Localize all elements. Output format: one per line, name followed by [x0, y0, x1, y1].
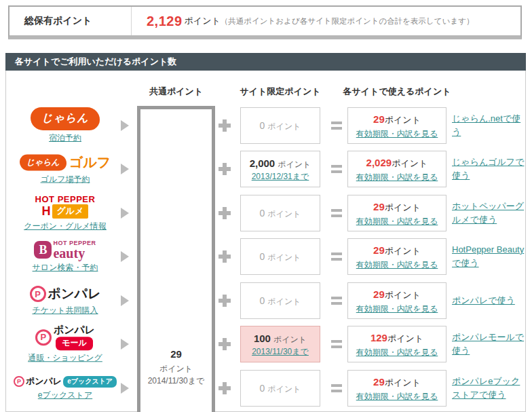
gourmet-badge: グルメ [52, 204, 89, 219]
use-link-jalan-golf[interactable]: じゃらんゴルフで使う [452, 151, 527, 187]
total-points-summary: 総保有ポイント 2,129 ポイント （共通ポイントおよび各サイト限定ポイントの… [8, 5, 522, 39]
use-link-jalan[interactable]: じゃらん.netで使う [452, 107, 527, 144]
use-link-ebook[interactable]: ポンパレeブックストアで使う [452, 370, 527, 407]
plus-icon [218, 207, 231, 219]
arrow-right-icon [121, 295, 129, 306]
table-row: P ポンパレ モール 通販・ショッピング 100ポイント 2013/11/30ま… [0, 326, 532, 362]
site-points-unit: ポイント [267, 209, 301, 219]
service-jalan-golf: じゃらんゴルフ ゴルフ場予約 [10, 153, 121, 185]
arrow-right-icon [121, 120, 129, 131]
service-hotpepper-beauty: B HOT PEPPER eauty サロン検索・予約 [10, 240, 121, 274]
site-points-expiry-link[interactable]: 2013/12/31まで [252, 171, 309, 183]
ponpare-ebook-logo: P ポンパレ eブックストア [14, 375, 117, 388]
site-points-value: 0 [260, 120, 265, 131]
category-link-gourmet[interactable]: クーポン・グルメ情報 [24, 221, 107, 232]
site-points-unit: ポイント [278, 160, 311, 169]
detail-link[interactable]: 有効期限・内訳を見る [356, 259, 438, 271]
table-row: B HOT PEPPER eauty サロン検索・予約 0ポイント 29ポイント… [0, 238, 532, 275]
arrow-right-icon [121, 208, 129, 219]
equals-icon [331, 252, 342, 261]
site-points-box: 0ポイント [240, 282, 320, 319]
category-link-ebook[interactable]: eブックストア [38, 390, 92, 401]
hotpepper-gourmet-logo: HOT PEPPER Hグルメ [35, 194, 96, 219]
detail-link[interactable]: 有効期限・内訳を見る [356, 303, 438, 315]
detail-link[interactable]: 有効期限・内訳を見る [356, 346, 438, 358]
arrow-right-icon [121, 383, 129, 394]
golf-logo-suffix: ゴルフ [69, 153, 111, 172]
total-points-value-cell: 2,129 ポイント （共通ポイントおよび各サイト限定ポイントの合計を表示してい… [132, 7, 520, 35]
site-points-value: 0 [260, 383, 265, 394]
site-points-unit: ポイント [273, 335, 307, 344]
site-points-box-highlighted: 100ポイント 2013/11/30まで [240, 326, 320, 362]
hotpepper-h-mark: H [42, 204, 51, 219]
beauty-b-mark: B [34, 241, 52, 259]
usable-points-box: 29ポイント 有効期限・内訳を見る [347, 282, 446, 319]
usable-points-box: 129ポイント 有効期限・内訳を見る [347, 326, 446, 362]
site-points-box: 0ポイント [240, 238, 320, 275]
mall-badge: モール [56, 337, 93, 350]
total-points-label: 総保有ポイント [10, 7, 132, 35]
site-points-unit: ポイント [267, 297, 301, 306]
plus-icon [218, 119, 231, 132]
site-points-box: 0ポイント [240, 107, 320, 144]
site-points-unit: ポイント [267, 384, 301, 394]
usable-points-unit: ポイント [385, 246, 421, 256]
use-link-beauty[interactable]: HotPepper Beautyで使う [452, 238, 527, 275]
column-header-usable: 各サイトで使えるポイント [343, 86, 451, 98]
total-points-value: 2,129 [147, 14, 183, 29]
category-link-mall[interactable]: 通販・ショッピング [28, 352, 102, 364]
service-hotpepper-gourmet: HOT PEPPER Hグルメ クーポン・グルメ情報 [10, 194, 121, 232]
equals-icon [331, 297, 342, 305]
usable-points-value: 29 [373, 288, 385, 300]
equals-icon [331, 121, 342, 130]
site-points-value: 2,000 [250, 157, 276, 169]
total-points-unit: ポイント [185, 15, 221, 27]
site-points-box: 0ポイント [240, 370, 320, 407]
total-points-note: （共通ポイントおよび各サイト限定ポイントの合計を表示しています） [221, 16, 474, 26]
detail-link[interactable]: 有効期限・内訳を見る [356, 171, 438, 183]
usable-points-unit: ポイント [385, 115, 421, 125]
plus-icon [218, 382, 231, 394]
usable-points-unit: ポイント [385, 290, 421, 300]
section-title: 各サイトでご利用いただけるポイント数 [5, 53, 526, 71]
usable-points-box: 29ポイント 有効期限・内訳を見る [347, 107, 446, 144]
hotpepper-beauty-logo: B HOT PEPPER eauty [34, 240, 96, 260]
ponpare-mall-logo: P ポンパレ モール [35, 324, 95, 350]
use-link-mall[interactable]: ポンパレモールで使う [452, 326, 527, 362]
category-link-golf[interactable]: ゴルフ場予約 [41, 174, 90, 185]
usable-points-value: 29 [373, 113, 385, 125]
ponpare-text: ポンパレ [48, 285, 101, 303]
site-points-box: 2,000ポイント 2013/12/31まで [240, 151, 320, 187]
table-row: HOT PEPPER Hグルメ クーポン・グルメ情報 0ポイント 29ポイント … [0, 195, 532, 231]
site-points-expiry-link[interactable]: 2013/11/30まで [252, 346, 309, 358]
plus-icon [218, 250, 231, 263]
detail-link[interactable]: 有効期限・内訳を見る [356, 215, 438, 227]
ponpare-text: ポンパレ [26, 375, 62, 388]
site-points-unit: ポイント [267, 121, 301, 131]
table-row: P ポンパレ eブックストア eブックストア 0ポイント 29ポイント 有効期限… [0, 370, 532, 407]
use-link-gourmet[interactable]: ホットペッパーグルメで使う [452, 195, 527, 231]
use-link-ponpare[interactable]: ポンパレで使う [452, 282, 527, 319]
service-ponpare-ebook: P ポンパレ eブックストア eブックストア [10, 375, 121, 401]
service-ponpare: P ポンパレ チケット共同購入 [10, 285, 121, 316]
site-points-value: 0 [260, 208, 265, 219]
ponpare-p-mark: P [14, 376, 24, 387]
ebook-badge: eブックストア [63, 376, 117, 388]
beauty-text: eauty [53, 246, 85, 260]
jalan-logo: じゃらん [31, 107, 100, 130]
plus-icon [218, 163, 231, 175]
equals-icon [331, 209, 342, 217]
detail-link[interactable]: 有効期限・内訳を見る [356, 390, 438, 402]
usable-points-value: 29 [373, 376, 385, 388]
category-link-ponpare[interactable]: チケット共同購入 [32, 305, 98, 316]
category-link-jalan[interactable]: 宿泊予約 [49, 132, 81, 144]
column-header-site-limited: サイト限定ポイント [236, 86, 324, 98]
usable-points-unit: ポイント [392, 158, 428, 168]
service-jalan: じゃらん 宿泊予約 [10, 107, 121, 144]
site-points-unit: ポイント [267, 252, 301, 262]
category-link-beauty[interactable]: サロン検索・予約 [33, 262, 98, 274]
plus-icon [218, 295, 231, 307]
table-row: じゃらん 宿泊予約 0ポイント 29ポイント 有効期限・内訳を見る じゃらん.n… [0, 107, 532, 144]
equals-icon [331, 165, 342, 173]
detail-link[interactable]: 有効期限・内訳を見る [356, 128, 438, 140]
